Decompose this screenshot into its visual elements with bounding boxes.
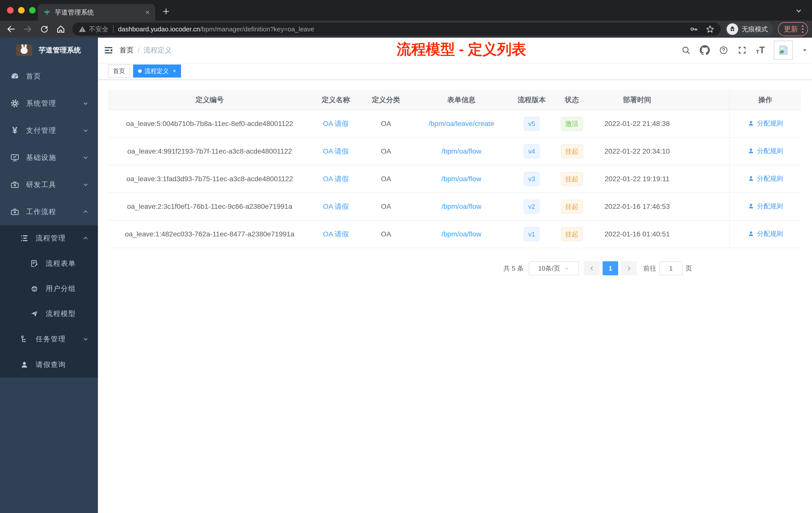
yen-icon: ¥: [10, 126, 20, 135]
pagination-total: 共 5 条: [503, 264, 524, 273]
minimize-window-button[interactable]: [18, 7, 25, 13]
version-badge[interactable]: v3: [524, 172, 540, 186]
sidebar-item-workflow[interactable]: 工作流程: [0, 198, 98, 225]
breadcrumb-current: 流程定义: [144, 46, 172, 55]
sidebar-item-label: 任务管理: [36, 334, 66, 344]
tag-process-definition[interactable]: 流程定义 ×: [133, 64, 181, 78]
not-secure-warning-icon[interactable]: [78, 25, 86, 33]
hamburger-icon[interactable]: [98, 38, 119, 63]
form-link[interactable]: /bpm/oa/flow: [441, 147, 481, 155]
avatar[interactable]: [774, 41, 793, 60]
sidebar-item-system[interactable]: 系统管理: [0, 90, 98, 117]
tab-close-icon[interactable]: ×: [145, 8, 150, 16]
status-badge: 挂起: [561, 200, 583, 214]
form-link[interactable]: /bpm/oa/flow: [441, 230, 481, 238]
back-icon[interactable]: [4, 22, 18, 36]
user-icon: [20, 360, 29, 369]
col-definition-category: 定义分类: [360, 90, 412, 110]
sidebar-item-infrastructure[interactable]: 基础设施: [0, 144, 98, 171]
sidebar-item-leave-query[interactable]: 请假查询: [0, 352, 98, 378]
breadcrumb-home[interactable]: 首页: [119, 46, 134, 55]
fullscreen-icon[interactable]: [737, 46, 747, 55]
sidebar-item-process-form[interactable]: 流程表单: [0, 251, 98, 276]
definition-name-link[interactable]: OA 请假: [323, 147, 349, 155]
password-key-icon[interactable]: [690, 25, 698, 33]
current-page-button[interactable]: 1: [603, 261, 618, 275]
sidebar-item-process-model[interactable]: 流程模型: [0, 301, 98, 326]
search-icon[interactable]: [681, 46, 691, 55]
form-link[interactable]: /bpm/oa/flow: [441, 175, 481, 183]
form-link[interactable]: /bpm/oa/flow: [441, 203, 481, 210]
table-row: oa_leave:2:3c1f0ef1-76b1-11ec-9c66-a2380…: [108, 193, 801, 220]
sidebar-item-label: 请假查询: [36, 360, 66, 369]
chevron-down-icon: [82, 181, 89, 188]
tag-home[interactable]: 首页: [108, 64, 130, 78]
assign-rule-button[interactable]: 分配规则: [748, 202, 783, 211]
version-badge[interactable]: v5: [524, 117, 540, 131]
sidebar-item-label: 基础设施: [26, 153, 56, 162]
sidebar-logo[interactable]: 芋道管理系统: [0, 38, 98, 63]
action-label: 分配规则: [757, 119, 783, 128]
action-label: 分配规则: [757, 147, 783, 155]
tab-title: 芋道管理系统: [55, 8, 145, 17]
assign-rule-button[interactable]: 分配规则: [748, 174, 783, 183]
form-link[interactable]: /bpm/oa/leave/create: [429, 120, 494, 127]
deploy-time: 2022-01-16 01:40:51: [591, 220, 683, 248]
assign-rule-button[interactable]: 分配规则: [748, 230, 783, 238]
avatar-caret-icon[interactable]: [802, 48, 808, 53]
tree-icon: [20, 334, 29, 344]
url-host: dashboard.yudao.iocoder.cn: [118, 25, 200, 33]
col-actions: 操作: [729, 90, 801, 110]
tag-close-icon[interactable]: ×: [173, 68, 176, 74]
page-size-select[interactable]: 10条/页: [529, 261, 579, 275]
definition-name-link[interactable]: OA 请假: [323, 203, 349, 210]
sidebar-item-user-group[interactable]: 用户分组: [0, 276, 98, 301]
browser-menu-kebab-icon[interactable]: [802, 25, 804, 33]
version-badge[interactable]: v1: [524, 227, 540, 241]
address-divider: [113, 25, 114, 33]
tab-search-chevron-icon[interactable]: [794, 6, 803, 15]
close-window-button[interactable]: [7, 7, 13, 13]
browser-tab[interactable]: 芋道管理系统 ×: [38, 4, 155, 21]
table-row: oa_leave:5:004b710b-7b8a-11ec-8ef0-acde4…: [108, 110, 801, 138]
sidebar-item-dev-tools[interactable]: 研发工具: [0, 171, 98, 198]
address-bar[interactable]: 不安全 dashboard.yudao.iocoder.cn/bpm/manag…: [72, 23, 721, 36]
help-icon[interactable]: [719, 46, 728, 55]
assign-rule-button[interactable]: 分配规则: [748, 119, 783, 128]
zoom-window-button[interactable]: [29, 7, 36, 13]
page-input[interactable]: [659, 261, 683, 275]
definition-name-link[interactable]: OA 请假: [323, 175, 349, 183]
bookmark-star-icon[interactable]: [705, 25, 715, 34]
home-icon[interactable]: [54, 22, 68, 36]
definition-name-link[interactable]: OA 请假: [323, 230, 349, 238]
new-tab-button[interactable]: +: [163, 5, 170, 17]
sidebar-item-label: 首页: [26, 71, 41, 81]
sidebar-item-process-management[interactable]: 流程管理: [0, 225, 98, 251]
status-badge: 挂起: [561, 144, 583, 158]
forward-icon[interactable]: [21, 22, 35, 36]
sidebar-item-payment[interactable]: ¥ 支付管理: [0, 117, 98, 144]
browser-update-button[interactable]: 更新: [778, 22, 808, 36]
page-title: 流程模型 - 定义列表: [397, 40, 526, 59]
url-text[interactable]: dashboard.yudao.iocoder.cn/bpm/manager/d…: [118, 25, 314, 33]
sidebar-item-home[interactable]: 首页: [0, 63, 98, 90]
incognito-badge[interactable]: 无痕模式: [725, 22, 773, 36]
sidebar-item-task-management[interactable]: 任务管理: [0, 326, 98, 352]
version-badge[interactable]: v4: [524, 144, 540, 158]
font-size-icon[interactable]: TT: [756, 46, 765, 55]
sidebar-item-label: 系统管理: [26, 99, 56, 108]
page-content: 定义编号 定义名称 定义分类 表单信息 流程版本 状态 部署时间 操作: [98, 80, 812, 275]
github-icon[interactable]: [700, 45, 710, 55]
browser-window: 芋道管理系统 × +: [0, 0, 812, 513]
assign-rule-button[interactable]: 分配规则: [748, 147, 783, 155]
definition-id: oa_leave:2:3c1f0ef1-76b1-11ec-9c66-a2380…: [108, 193, 311, 220]
prev-page-button[interactable]: [584, 261, 600, 275]
definition-name-link[interactable]: OA 请假: [323, 120, 349, 127]
chevron-down-icon: [82, 335, 89, 343]
next-page-button[interactable]: [621, 261, 637, 275]
not-secure-label[interactable]: 不安全: [89, 25, 109, 34]
reload-icon[interactable]: [37, 22, 51, 36]
page-size-value: 10条/页: [538, 264, 560, 273]
version-badge[interactable]: v2: [524, 200, 540, 214]
table-row: oa_leave:4:991f2193-7b7f-11ec-a3c8-acde4…: [108, 138, 801, 165]
